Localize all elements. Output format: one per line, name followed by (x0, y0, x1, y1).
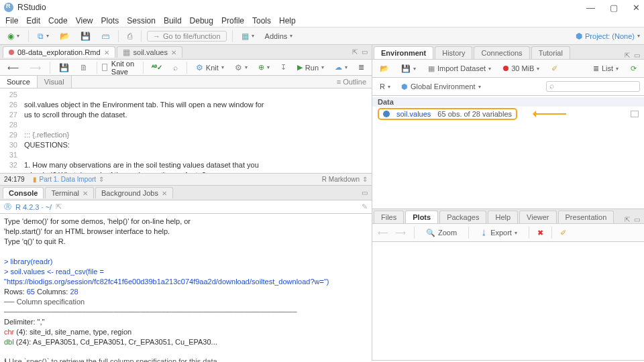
tab-files[interactable]: Files (374, 210, 404, 223)
find-button[interactable]: ⌕ (170, 61, 181, 74)
menu-edit[interactable]: Edit (26, 16, 40, 25)
tab-terminal[interactable]: Terminal ✕ (45, 187, 94, 198)
settings-button[interactable]: ⚙▾ (231, 61, 251, 74)
show-button[interactable]: 🗎 (76, 61, 91, 74)
pane-expand-icon[interactable]: ⇱ (352, 48, 358, 56)
tab-history[interactable]: History (435, 46, 472, 59)
goto-file-input[interactable]: →Go to file/function (147, 31, 227, 42)
menu-profile[interactable]: Profile (221, 16, 244, 25)
close-icon[interactable]: ✕ (83, 190, 88, 197)
tab-connections[interactable]: Connections (474, 46, 529, 59)
tab-viewer[interactable]: Viewer (519, 210, 556, 223)
knit-on-save-checkbox[interactable] (102, 64, 107, 71)
view-mode-button[interactable]: ≣ List ▾ (590, 62, 622, 75)
doc-mode[interactable]: R Markdown (322, 176, 360, 183)
save-doc-button[interactable]: 💾 (56, 61, 72, 74)
tab-help[interactable]: Help (488, 210, 518, 223)
memory-usage[interactable]: 30 MiB ▾ (500, 62, 543, 75)
close-icon[interactable]: ✕ (162, 190, 167, 197)
tab-console[interactable]: Console (3, 187, 44, 198)
refresh-env-button[interactable]: ⟳ (627, 62, 640, 75)
tab-bgjobs[interactable]: Background Jobs ✕ (95, 187, 173, 198)
section-nav[interactable]: ▮Part 1. Data Import ⇕ (33, 176, 104, 183)
pane-collapse-icon[interactable]: ▭ (634, 52, 640, 59)
new-file-button[interactable]: ◉▾ (4, 29, 23, 43)
tab-presentation[interactable]: Presentation (558, 210, 614, 223)
window-minimize-button[interactable]: — (586, 3, 595, 13)
menu-build[interactable]: Build (164, 16, 182, 25)
export-icon: ⭳ (480, 229, 488, 237)
window-close-button[interactable]: ✕ (633, 3, 640, 13)
outline-button[interactable]: ≡ Outline (337, 78, 366, 86)
plot-prev-button[interactable]: ⟵ (378, 229, 388, 237)
tab-rmd-file[interactable]: 08-data_exploration.Rmd✕ (3, 46, 115, 58)
open-file-button[interactable]: 📂 (56, 29, 73, 43)
table-icon: ▦ (123, 48, 130, 56)
code-text[interactable]: soil.values object in the Environment ta… (21, 88, 372, 173)
menu-session[interactable]: Session (127, 16, 156, 25)
menu-view[interactable]: View (76, 16, 93, 25)
mode-visual[interactable]: Visual (38, 76, 72, 88)
import-dataset-button[interactable]: ▦Import Dataset ▾ (425, 62, 494, 75)
pane-collapse-icon[interactable]: ▭ (634, 216, 640, 223)
tab-packages[interactable]: Packages (439, 210, 486, 223)
console-wd[interactable]: R 4.2.3 · ~/ (15, 203, 52, 211)
save-button[interactable]: 💾 (77, 29, 94, 43)
tab-soilvalues[interactable]: ▦soil.values✕ (117, 46, 182, 58)
menu-help[interactable]: Help (279, 16, 296, 25)
knit-button[interactable]: ⚙Knit ▾ (193, 61, 227, 74)
menu-code[interactable]: Code (48, 16, 68, 25)
language-scope[interactable]: R ▾ (376, 80, 394, 93)
object-expand-icon[interactable] (383, 111, 390, 117)
remove-plot-button[interactable]: ✖ (537, 229, 543, 237)
run-prev-button[interactable]: ↧ (277, 61, 290, 74)
mode-source[interactable]: Source (0, 76, 38, 88)
env-scope-button[interactable]: ⬢ Global Environment ▾ (398, 80, 484, 93)
clear-console-icon[interactable]: ✎ (362, 202, 368, 211)
load-workspace-button[interactable]: 📂 (376, 62, 392, 75)
zoom-button[interactable]: 🔍Zoom (423, 226, 460, 239)
close-tab-icon[interactable]: ✕ (171, 49, 176, 56)
source-editor[interactable]: 2526272829303132 soil.values object in t… (0, 88, 372, 173)
pane-expand-icon[interactable]: ⇱ (625, 216, 630, 223)
plot-next-button[interactable]: ⟶ (395, 229, 406, 237)
menu-debug[interactable]: Debug (190, 16, 213, 25)
yarn-icon: ⚙ (196, 64, 203, 72)
close-tab-icon[interactable]: ✕ (104, 49, 109, 56)
addins-button[interactable]: Addins ▾ (262, 29, 297, 43)
console-output[interactable]: Type 'demo()' for some demos, 'help()' f… (0, 214, 372, 362)
rstudio-logo-icon (4, 3, 13, 12)
env-search-input[interactable] (546, 81, 640, 92)
tab-plots[interactable]: Plots (405, 210, 438, 223)
save-workspace-button[interactable]: 💾▾ (398, 62, 419, 75)
doc-outline-toggle[interactable]: ≣ (355, 61, 368, 74)
insert-chunk-button[interactable]: ⊕▾ (255, 61, 273, 74)
tab-tutorial[interactable]: Tutorial (531, 46, 570, 59)
back-button[interactable]: ⟵ (4, 61, 22, 74)
clear-env-button[interactable]: ✐ (548, 62, 561, 75)
view-object-icon[interactable] (631, 111, 639, 117)
clear-plots-button[interactable]: ✐ (560, 229, 566, 237)
save-icon: 💾 (59, 64, 69, 72)
save-all-button[interactable]: 🗃 (98, 29, 113, 43)
env-object-row[interactable]: soil.values 65 obs. of 28 variables (372, 107, 644, 121)
publish-button[interactable]: ☁▾ (331, 61, 351, 74)
view-grid-button[interactable]: ▦▾ (238, 29, 258, 43)
tab-environment[interactable]: Environment (374, 46, 433, 59)
menu-tools[interactable]: Tools (252, 16, 271, 25)
export-button[interactable]: ⭳Export ▾ (477, 226, 521, 239)
menu-file[interactable]: File (5, 16, 18, 25)
run-button[interactable]: ▶Run ▾ (294, 61, 327, 74)
pane-expand-icon[interactable]: ⇱ (625, 52, 630, 59)
pane-collapse-icon[interactable]: ▭ (362, 48, 368, 56)
new-project-button[interactable]: ⧉▾ (34, 29, 52, 43)
project-menu[interactable]: ⬢Project: (None) ▾ (576, 32, 640, 40)
forward-button[interactable]: ⟶ (26, 61, 44, 74)
menu-plots[interactable]: Plots (101, 16, 119, 25)
print-button[interactable]: ⎙ (124, 29, 136, 43)
rmarkdown-file-icon (9, 50, 14, 55)
wd-popout-icon[interactable]: ⇱ (56, 202, 62, 211)
spellcheck-button[interactable]: ᴬᴮ✓ (148, 61, 166, 74)
pane-collapse-icon[interactable]: ▭ (362, 189, 368, 196)
window-maximize-button[interactable]: ▢ (610, 3, 618, 13)
